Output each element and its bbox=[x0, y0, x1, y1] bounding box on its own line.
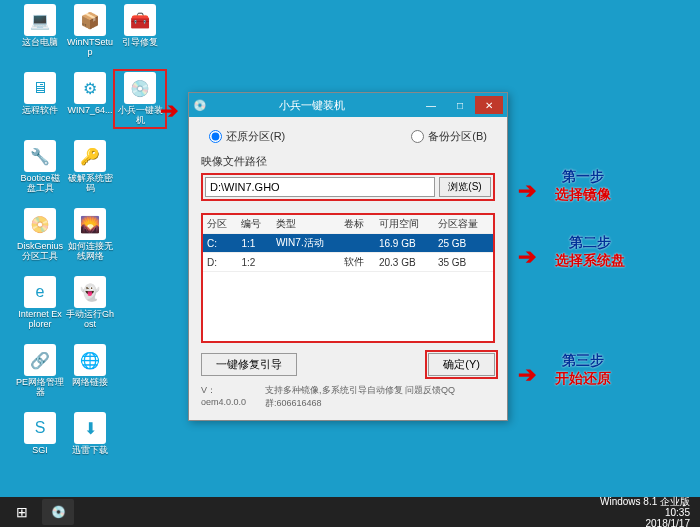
icon-label: 如何连接无线网络 bbox=[66, 242, 114, 262]
app-icon: 💻 bbox=[24, 4, 56, 36]
radio-backup-input[interactable] bbox=[411, 130, 424, 143]
app-icon: 🌐 bbox=[74, 344, 106, 376]
repair-boot-button[interactable]: 一键修复引导 bbox=[201, 353, 297, 376]
desktop-icon[interactable]: 🧰引导修复 bbox=[116, 4, 164, 48]
desktop-icon[interactable]: 🔧Bootice磁盘工具 bbox=[16, 140, 64, 194]
path-row: 浏览(S) bbox=[201, 173, 495, 201]
image-path-input[interactable] bbox=[205, 177, 435, 197]
app-icon: 🖥 bbox=[24, 72, 56, 104]
app-icon: 📀 bbox=[24, 208, 56, 240]
taskbar-item-app[interactable]: 💿 bbox=[42, 499, 74, 525]
desktop-icon[interactable]: 🖥远程软件 bbox=[16, 72, 64, 116]
app-icon: ⚙ bbox=[74, 72, 106, 104]
taskbar: ⊞ 💿 Windows 8.1 企业版 10:35 2018/1/17 bbox=[0, 497, 700, 527]
path-label: 映像文件路径 bbox=[201, 154, 495, 169]
col-header[interactable]: 分区 bbox=[203, 215, 237, 234]
app-icon: ⬇ bbox=[74, 412, 106, 444]
table-row[interactable]: D:1:2软件20.3 GB35 GB bbox=[203, 253, 493, 272]
close-button[interactable]: ✕ bbox=[475, 96, 503, 114]
desktop-icon[interactable]: ⬇迅雷下载 bbox=[66, 412, 114, 456]
clock-time: 10:35 bbox=[665, 507, 690, 518]
icon-label: Internet Explorer bbox=[16, 310, 64, 330]
app-icon: 💿 bbox=[124, 72, 156, 104]
col-header[interactable]: 卷标 bbox=[340, 215, 374, 234]
support-label: 支持多种镜像,多系统引导自动修复 问题反馈QQ群:606616468 bbox=[265, 384, 495, 410]
icon-label: 手动运行Ghost bbox=[66, 310, 114, 330]
col-header[interactable]: 可用空间 bbox=[375, 215, 434, 234]
desktop-icon[interactable]: eInternet Explorer bbox=[16, 276, 64, 330]
icon-label: 这台电脑 bbox=[16, 38, 64, 48]
icon-label: 引导修复 bbox=[116, 38, 164, 48]
app-icon: 👻 bbox=[74, 276, 106, 308]
app-icon: 🔑 bbox=[74, 140, 106, 172]
app-window: 💿 小兵一键装机 — □ ✕ 还原分区(R) 备份分区(B) 映像文件路径 浏览… bbox=[188, 92, 508, 421]
app-icon: 🌄 bbox=[74, 208, 106, 240]
ok-button[interactable]: 确定(Y) bbox=[428, 353, 495, 376]
desktop-icon[interactable]: 🌄如何连接无线网络 bbox=[66, 208, 114, 262]
clock-date: 2018/1/17 bbox=[646, 518, 691, 528]
titlebar[interactable]: 💿 小兵一键装机 — □ ✕ bbox=[189, 93, 507, 117]
sys-icon: 💿 bbox=[193, 99, 207, 112]
icon-label: 远程软件 bbox=[16, 106, 64, 116]
radio-restore-input[interactable] bbox=[209, 130, 222, 143]
window-title: 小兵一键装机 bbox=[207, 98, 416, 113]
desktop-icon[interactable]: 🔑破解系统密码 bbox=[66, 140, 114, 194]
partition-table: 分区编号类型卷标可用空间分区容量 C:1:1WIN7.活动16.9 GB25 G… bbox=[203, 215, 493, 272]
icon-label: PE网络管理器 bbox=[16, 378, 64, 398]
app-icon: 🧰 bbox=[124, 4, 156, 36]
desktop-icon[interactable]: 📦WinNTSetup bbox=[66, 4, 114, 58]
partition-table-wrap: 分区编号类型卷标可用空间分区容量 C:1:1WIN7.活动16.9 GB25 G… bbox=[201, 213, 495, 343]
desktop-icon[interactable]: 💿小兵一键装机 bbox=[116, 72, 164, 126]
desktop-icon[interactable]: 👻手动运行Ghost bbox=[66, 276, 114, 330]
browse-button[interactable]: 浏览(S) bbox=[439, 177, 491, 197]
col-header[interactable]: 编号 bbox=[237, 215, 271, 234]
col-header[interactable]: 类型 bbox=[272, 215, 341, 234]
window-body: 还原分区(R) 备份分区(B) 映像文件路径 浏览(S) 分区编号类型卷标可用空… bbox=[189, 117, 507, 420]
table-row[interactable]: C:1:1WIN7.活动16.9 GB25 GB bbox=[203, 234, 493, 253]
icon-label: 网络链接 bbox=[66, 378, 114, 388]
app-icon: e bbox=[24, 276, 56, 308]
col-header[interactable]: 分区容量 bbox=[434, 215, 493, 234]
icon-label: 迅雷下载 bbox=[66, 446, 114, 456]
version-label: V：oem4.0.0.0 bbox=[201, 384, 257, 410]
icon-label: WIN7_64... bbox=[66, 106, 114, 116]
app-icon: 🔧 bbox=[24, 140, 56, 172]
desktop-icon[interactable]: ⚙WIN7_64... bbox=[66, 72, 114, 116]
radio-backup[interactable]: 备份分区(B) bbox=[411, 129, 487, 144]
minimize-button[interactable]: — bbox=[417, 96, 445, 114]
radio-restore[interactable]: 还原分区(R) bbox=[209, 129, 285, 144]
icon-label: Bootice磁盘工具 bbox=[16, 174, 64, 194]
app-icon: 🔗 bbox=[24, 344, 56, 376]
icon-label: SGI bbox=[16, 446, 64, 456]
desktop-icon[interactable]: 📀DiskGenius分区工具 bbox=[16, 208, 64, 262]
os-label: Windows 8.1 企业版 bbox=[600, 496, 690, 507]
icon-label: 小兵一键装机 bbox=[116, 106, 164, 126]
icon-label: DiskGenius分区工具 bbox=[16, 242, 64, 262]
icon-label: 破解系统密码 bbox=[66, 174, 114, 194]
maximize-button[interactable]: □ bbox=[446, 96, 474, 114]
desktop-icon[interactable]: 🌐网络链接 bbox=[66, 344, 114, 388]
start-button[interactable]: ⊞ bbox=[4, 499, 40, 525]
app-icon: S bbox=[24, 412, 56, 444]
desktop-icon[interactable]: 🔗PE网络管理器 bbox=[16, 344, 64, 398]
desktop-icon[interactable]: SSGI bbox=[16, 412, 64, 456]
system-tray[interactable]: Windows 8.1 企业版 10:35 2018/1/17 bbox=[600, 496, 696, 528]
app-icon: 📦 bbox=[74, 4, 106, 36]
desktop-icon[interactable]: 💻这台电脑 bbox=[16, 4, 64, 48]
icon-label: WinNTSetup bbox=[66, 38, 114, 58]
